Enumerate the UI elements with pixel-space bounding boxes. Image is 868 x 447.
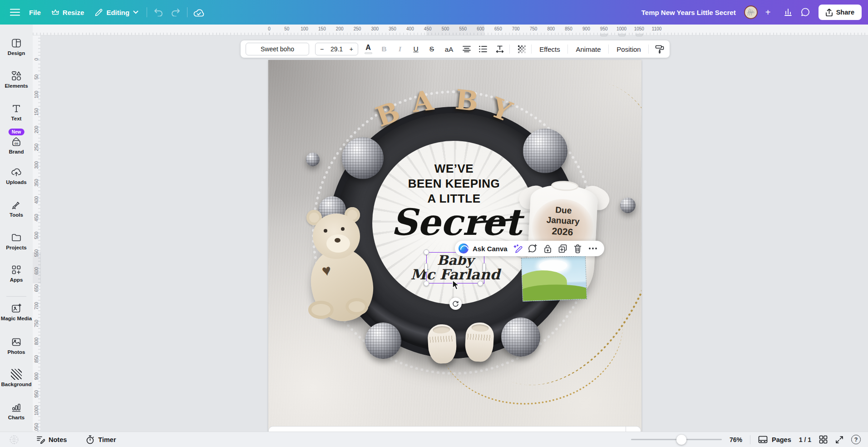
magic-write-button[interactable] [513, 243, 523, 254]
v-ruler-label: 700 [34, 303, 39, 310]
sidebar-item-elements[interactable]: Elements [0, 70, 33, 89]
fullscreen-button[interactable] [835, 436, 843, 444]
insights-button[interactable] [779, 4, 797, 20]
sidebar-item-tools[interactable]: Tools [0, 199, 33, 218]
timer-button[interactable]: Timer [81, 432, 120, 447]
bullet-list-icon [479, 46, 487, 52]
sidebar-label-tools: Tools [10, 212, 23, 218]
cloud-save-status-button[interactable] [190, 4, 207, 20]
italic-button[interactable]: I [393, 40, 407, 58]
animate-button[interactable]: Animate [573, 40, 603, 58]
pages-button[interactable]: Pages [758, 432, 791, 447]
effects-button[interactable]: Effects [537, 40, 563, 58]
align-center-icon [463, 46, 471, 52]
hamburger-menu-button[interactable] [6, 4, 24, 20]
comments-button[interactable] [797, 4, 814, 20]
v-ruler-label: 450 [34, 214, 39, 222]
canva-ai-logo-icon [459, 243, 469, 253]
selection-handle-bottom-right[interactable] [478, 281, 483, 286]
position-button[interactable]: Position [614, 40, 643, 58]
selected-text-element[interactable]: Baby Mc Farland [426, 252, 484, 283]
notes-button[interactable]: Notes [32, 432, 71, 447]
sidebar-item-magic-media[interactable]: Magic Media [0, 303, 33, 321]
selection-handle-right[interactable] [483, 263, 486, 272]
underline-button[interactable]: U [409, 40, 423, 58]
sidebar-item-charts[interactable]: Charts [0, 402, 33, 420]
font-size-decrease-button[interactable]: − [320, 45, 324, 53]
magic-pencil-icon [513, 244, 523, 253]
add-member-button[interactable]: + [761, 5, 775, 19]
strikethrough-button[interactable]: S [424, 40, 439, 58]
text-format-toolbar: Sweet boho − 29.1 + A B I U S aA Effects… [241, 40, 670, 58]
transparency-button[interactable] [514, 40, 529, 58]
headline-line-2[interactable]: BEEN KEEPING [372, 177, 536, 191]
text-color-button[interactable]: A [361, 40, 375, 58]
sidebar-divider [6, 296, 26, 297]
copy-style-button[interactable] [652, 40, 667, 58]
sidebar-item-background[interactable]: Background [0, 369, 33, 387]
text-case-button[interactable]: aA [442, 40, 456, 58]
font-size-value[interactable]: 29.1 [330, 45, 343, 53]
undo-button[interactable] [150, 4, 167, 20]
design-page-canvas[interactable]: B A B Y WE’VE BEEN KEEPING A LITTLE Secr… [268, 60, 641, 433]
file-menu-button[interactable]: File [24, 4, 46, 20]
undo-icon [154, 8, 163, 16]
selection-handle-bottom-left[interactable] [424, 281, 429, 286]
sidebar-item-design[interactable]: Design [0, 38, 33, 56]
h-ruler-label: 550 [459, 26, 467, 31]
grid-view-button[interactable] [819, 435, 828, 444]
sidebar-label-elements: Elements [5, 83, 28, 89]
more-options-button[interactable] [587, 243, 598, 254]
lock-icon [543, 244, 552, 253]
user-avatar[interactable] [744, 5, 758, 19]
comment-add-button[interactable] [528, 243, 538, 254]
selection-handle-top-left[interactable] [424, 249, 429, 255]
sidebar-item-photos[interactable]: Photos [0, 337, 33, 355]
zoom-percentage[interactable]: 76% [730, 436, 742, 443]
spacing-button[interactable] [493, 40, 507, 58]
disco-ball [365, 323, 401, 359]
help-glyph: ? [854, 437, 858, 443]
cloud-check-icon [193, 8, 204, 17]
font-family-selector[interactable]: Sweet boho [246, 43, 309, 55]
text-color-swatch [365, 52, 372, 54]
sidebar-label-uploads: Uploads [6, 179, 26, 185]
horizontal-ruler[interactable]: 0501001502002503003504004505005506006507… [33, 25, 868, 35]
sidebar-item-brand[interactable]: New co Brand [0, 136, 33, 154]
delete-button[interactable] [572, 243, 583, 254]
page-indicator: 1 / 1 [799, 436, 811, 443]
resize-button[interactable]: Resize [46, 4, 90, 20]
lock-button[interactable] [542, 243, 553, 254]
zoom-slider-knob[interactable] [676, 435, 686, 445]
resize-label: Resize [63, 9, 84, 16]
faded-app-icon [8, 434, 20, 445]
headline-line-1[interactable]: WE’VE [372, 162, 536, 176]
duplicate-button[interactable] [557, 243, 568, 254]
sidebar-item-uploads[interactable]: Uploads [0, 167, 33, 185]
sidebar-item-apps[interactable]: Apps [0, 264, 33, 283]
duplicate-icon [558, 244, 567, 253]
selection-handle-left[interactable] [424, 263, 428, 272]
list-button[interactable] [476, 40, 490, 58]
font-size-increase-button[interactable]: + [350, 45, 353, 53]
help-button[interactable]: ? [851, 435, 861, 444]
editing-mode-button[interactable]: Editing [89, 4, 144, 20]
alignment-button[interactable] [459, 40, 474, 58]
plus-glyph: + [765, 7, 771, 18]
context-toolbar: Ask Canva [455, 241, 604, 256]
sidebar-label-photos: Photos [8, 349, 25, 355]
document-title[interactable]: Temp New Years Little Secret [641, 9, 736, 16]
v-ruler-label: 200 [34, 126, 39, 134]
rotate-handle[interactable] [449, 298, 462, 310]
page-controls-peek-1 [600, 34, 607, 36]
share-button[interactable]: Share [819, 5, 862, 20]
vertical-ruler[interactable]: 0501001502002503003504004505005506006507… [33, 35, 41, 432]
sidebar-item-projects[interactable]: Projects [0, 232, 33, 250]
zoom-slider[interactable] [631, 432, 722, 447]
sidebar-item-text[interactable]: Text [0, 103, 33, 121]
brand-new-badge: New [9, 129, 25, 135]
ask-canva-button[interactable]: Ask Canva [473, 245, 508, 253]
bold-button[interactable]: B [377, 40, 391, 58]
image-placeholder[interactable] [521, 256, 587, 302]
redo-button[interactable] [167, 4, 184, 20]
